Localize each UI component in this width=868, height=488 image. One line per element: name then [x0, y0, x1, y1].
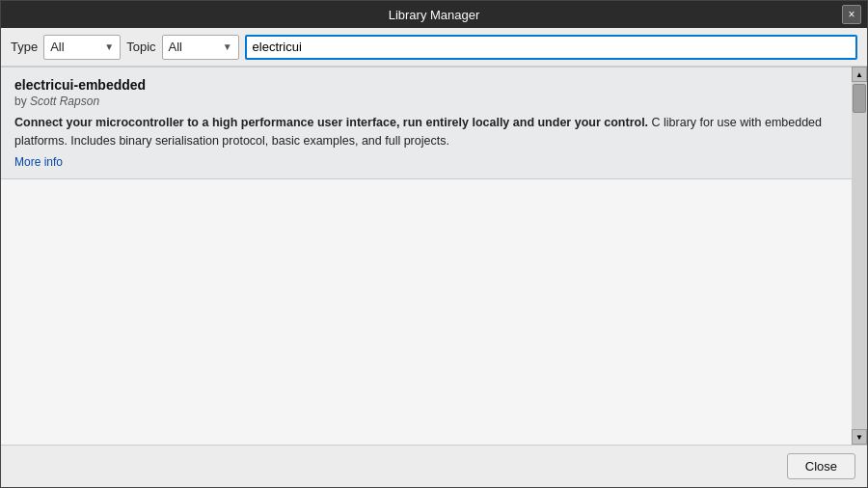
title-bar: Library Manager × — [1, 1, 867, 28]
type-dropdown[interactable]: All ▼ — [43, 35, 121, 60]
library-manager-dialog: Library Manager × Type All ▼ Topic All ▼… — [0, 0, 868, 488]
close-x-icon: × — [848, 8, 854, 21]
footer: Close — [1, 445, 867, 487]
close-button[interactable]: Close — [787, 453, 855, 479]
scrollbar: ▲ ▼ — [852, 67, 867, 445]
scrollbar-thumb[interactable] — [853, 84, 866, 113]
library-item-desc-bold: Connect your microcontroller to a high p… — [14, 116, 648, 129]
window-close-button[interactable]: × — [842, 5, 861, 24]
library-item-description: Connect your microcontroller to a high p… — [14, 114, 838, 150]
type-dropdown-value: All — [50, 40, 100, 54]
scrollbar-up-button[interactable]: ▲ — [852, 67, 867, 82]
topic-dropdown-value: All — [169, 40, 219, 54]
search-input[interactable] — [245, 35, 857, 60]
library-list: electricui-embedded by Scott Rapson Conn… — [1, 67, 852, 445]
library-item-title: electricui-embedded — [14, 77, 838, 93]
title-bar-text: Library Manager — [389, 8, 480, 22]
scrollbar-down-arrow: ▼ — [855, 433, 863, 442]
topic-dropdown-arrow: ▼ — [223, 41, 232, 52]
type-label: Type — [11, 40, 38, 54]
scrollbar-down-button[interactable]: ▼ — [852, 429, 867, 445]
library-item-author-name: Scott Rapson — [30, 95, 99, 108]
list-item: electricui-embedded by Scott Rapson Conn… — [1, 67, 852, 179]
scrollbar-up-arrow: ▲ — [855, 70, 863, 79]
topic-label: Topic — [126, 40, 155, 54]
content-area: electricui-embedded by Scott Rapson Conn… — [1, 67, 867, 445]
type-dropdown-arrow: ▼ — [104, 41, 114, 52]
more-info-link[interactable]: More info — [14, 155, 63, 169]
toolbar: Type All ▼ Topic All ▼ — [1, 28, 867, 67]
topic-dropdown[interactable]: All ▼ — [162, 35, 239, 60]
library-item-author: by Scott Rapson — [14, 95, 838, 108]
